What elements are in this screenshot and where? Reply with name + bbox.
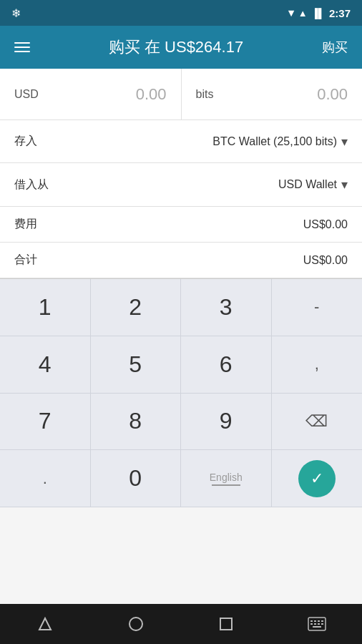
borrow-label: 借入从: [14, 177, 49, 192]
english-underline: [212, 484, 240, 486]
numpad-section: 1 2 3 - 4 5 6 , 7 8 9 ⌫ . 0 English: [0, 278, 362, 604]
battery-icon: ▐▌: [312, 8, 325, 19]
key-5[interactable]: 5: [91, 336, 182, 394]
svg-rect-4: [310, 620, 313, 622]
deposit-dropdown-icon: ▾: [341, 134, 348, 150]
english-label: English: [210, 472, 243, 483]
svg-rect-11: [321, 623, 323, 625]
home-nav-button[interactable]: [118, 606, 154, 642]
time-display: 2:37: [329, 7, 351, 19]
fee-value: US$0.00: [303, 218, 348, 231]
page-title: 购买 在 US$264.17: [30, 36, 322, 58]
fee-row: 费用 US$0.00: [0, 207, 362, 243]
svg-rect-10: [318, 623, 320, 625]
hamburger-menu[interactable]: [14, 42, 30, 52]
main-content: 购买 在 US$264.17 购买 USD 0.00 bits 0.00 存入 …: [0, 26, 362, 644]
svg-rect-12: [313, 626, 321, 628]
fee-section: 费用 US$0.00 合计 US$0.00: [0, 207, 362, 278]
usd-amount: 0.00: [136, 85, 167, 104]
confirm-button[interactable]: ✓: [298, 460, 336, 497]
usd-label: USD: [14, 88, 39, 101]
svg-rect-8: [310, 623, 313, 625]
top-section: USD 0.00 bits 0.00 存入 BTC Wallet (25,100…: [0, 69, 362, 278]
backspace-icon: ⌫: [305, 412, 328, 431]
svg-rect-7: [321, 620, 323, 622]
total-label: 合计: [14, 253, 37, 268]
key-0[interactable]: 0: [91, 450, 182, 507]
borrow-wallet: USD Wallet: [278, 178, 337, 191]
buy-button[interactable]: 购买: [322, 39, 348, 56]
deposit-label: 存入: [14, 134, 37, 149]
wifi-icon: ▾: [288, 6, 294, 19]
status-bar: ❄ ▾ ▲ ▐▌ 2:37: [0, 0, 362, 26]
form-section: 存入 BTC Wallet (25,100 bits) ▾ 借入从 USD Wa…: [0, 120, 362, 207]
usd-cell[interactable]: USD 0.00: [0, 69, 182, 119]
keyboard-nav-button[interactable]: [299, 606, 335, 642]
bits-cell[interactable]: bits 0.00: [182, 69, 363, 119]
svg-rect-9: [314, 623, 316, 625]
borrow-dropdown-icon: ▾: [341, 177, 348, 192]
key-2[interactable]: 2: [91, 279, 182, 336]
bits-label: bits: [196, 88, 214, 101]
bottom-nav: [0, 604, 362, 644]
svg-rect-5: [314, 620, 316, 622]
bits-amount: 0.00: [317, 85, 348, 104]
total-value: US$0.00: [303, 254, 348, 267]
key-minus[interactable]: -: [272, 279, 363, 336]
signal-icon: ▲: [298, 8, 308, 19]
key-4[interactable]: 4: [0, 336, 91, 394]
key-9[interactable]: 9: [181, 394, 272, 451]
key-dot[interactable]: .: [0, 450, 91, 507]
input-row: USD 0.00 bits 0.00: [0, 69, 362, 120]
snowflake-icon: ❄: [11, 6, 21, 20]
svg-rect-2: [220, 618, 232, 630]
top-bar: 购买 在 US$264.17 购买: [0, 26, 362, 69]
total-row: 合计 US$0.00: [0, 243, 362, 278]
fee-label: 费用: [14, 217, 37, 232]
key-3[interactable]: 3: [181, 279, 272, 336]
svg-rect-6: [318, 620, 320, 622]
key-6[interactable]: 6: [181, 336, 272, 394]
deposit-value: BTC Wallet (25,100 bits) ▾: [212, 134, 348, 150]
recent-nav-button[interactable]: [208, 606, 244, 642]
numpad: 1 2 3 - 4 5 6 , 7 8 9 ⌫ . 0 English: [0, 278, 362, 507]
deposit-wallet: BTC Wallet (25,100 bits): [212, 135, 337, 148]
key-1[interactable]: 1: [0, 279, 91, 336]
back-nav-button[interactable]: [27, 606, 63, 642]
svg-marker-0: [39, 618, 51, 630]
checkmark-icon: ✓: [310, 469, 323, 488]
borrow-row[interactable]: 借入从 USD Wallet ▾: [0, 163, 362, 206]
deposit-row[interactable]: 存入 BTC Wallet (25,100 bits) ▾: [0, 120, 362, 163]
borrow-value: USD Wallet ▾: [278, 177, 348, 192]
key-comma[interactable]: ,: [272, 336, 363, 394]
svg-point-1: [129, 618, 142, 630]
key-8[interactable]: 8: [91, 394, 182, 451]
status-right: ▾ ▲ ▐▌ 2:37: [288, 6, 351, 19]
key-7[interactable]: 7: [0, 394, 91, 451]
key-english[interactable]: English: [181, 450, 272, 507]
key-backspace[interactable]: ⌫: [272, 394, 363, 451]
confirm-wrapper: ✓: [272, 450, 363, 507]
status-left: ❄: [11, 6, 21, 20]
